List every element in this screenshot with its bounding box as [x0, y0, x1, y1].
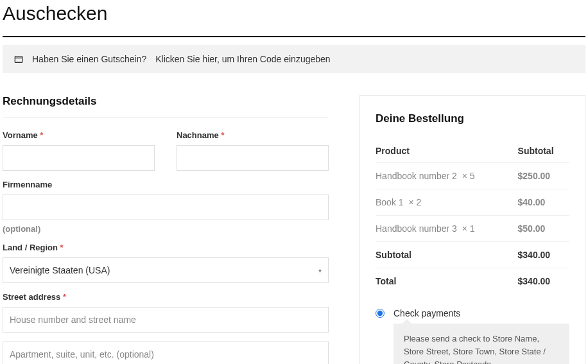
subtotal-value: $340.00 — [513, 242, 569, 268]
coupon-toggle-link[interactable]: Klicken Sie hier, um Ihren Code einzugeb… — [155, 54, 330, 64]
coupon-icon — [14, 55, 23, 64]
country-selected-value: Vereinigte Staaten (USA) — [10, 265, 110, 275]
order-table: Product Subtotal Handbook number 2 × 5 $… — [376, 139, 569, 294]
item-name: Book 1 — [376, 197, 404, 207]
payment-check-radio[interactable] — [376, 309, 385, 318]
country-select[interactable]: Vereinigte Staaten (USA) ▾ — [3, 257, 329, 283]
item-name: Handbook number 2 — [376, 171, 457, 181]
billing-section: Rechnungsdetails Vorname * Nachname * — [3, 95, 329, 364]
order-subtotal-row: Subtotal $340.00 — [376, 242, 569, 268]
street-address-2-input[interactable] — [3, 342, 329, 364]
country-label: Land / Region * — [3, 243, 329, 252]
col-subtotal: Subtotal — [513, 139, 569, 163]
svg-rect-0 — [15, 56, 22, 63]
item-subtotal: $50.00 — [513, 216, 569, 242]
payment-check-label: Check payments — [393, 308, 460, 318]
last-name-input[interactable] — [177, 145, 329, 171]
total-value: $340.00 — [513, 268, 569, 295]
company-optional-hint: (optional) — [3, 224, 329, 234]
order-item: Handbook number 3 × 1 $50.00 — [376, 216, 569, 242]
chevron-down-icon: ▾ — [318, 267, 322, 274]
billing-heading: Rechnungsdetails — [3, 95, 329, 117]
order-item: Handbook number 2 × 5 $250.00 — [376, 163, 569, 189]
subtotal-label: Subtotal — [376, 242, 513, 268]
item-subtotal: $40.00 — [513, 189, 569, 216]
street-label: Street address * — [3, 292, 329, 302]
last-name-label-text: Nachname — [177, 130, 219, 140]
payment-check-description: Please send a check to Store Name, Store… — [393, 324, 569, 364]
total-label: Total — [376, 268, 513, 295]
first-name-label: Vorname * — [3, 130, 155, 140]
street-address-1-input[interactable] — [3, 307, 329, 333]
item-subtotal: $250.00 — [513, 163, 569, 189]
company-input[interactable] — [3, 195, 329, 220]
item-name: Handbook number 3 — [376, 223, 457, 234]
title-divider — [3, 36, 585, 37]
order-item: Book 1 × 2 $40.00 — [376, 189, 569, 216]
required-asterisk: * — [221, 130, 224, 140]
first-name-label-text: Vorname — [3, 130, 38, 140]
order-total-row: Total $340.00 — [376, 268, 569, 295]
company-label: Firmenname — [3, 180, 329, 189]
required-asterisk: * — [63, 292, 66, 302]
item-qty: × 1 — [462, 223, 475, 234]
col-product: Product — [376, 139, 513, 163]
payment-methods: Check payments Please send a check to St… — [376, 308, 569, 364]
item-qty: × 2 — [408, 197, 421, 207]
country-label-text: Land / Region — [3, 243, 58, 252]
item-qty: × 5 — [462, 171, 475, 181]
last-name-label: Nachname * — [177, 130, 329, 140]
coupon-notice: Haben Sie einen Gutschein? Klicken Sie h… — [3, 45, 585, 73]
payment-check[interactable]: Check payments — [376, 308, 569, 318]
page-title: Auschecken — [3, 3, 585, 24]
order-heading: Deine Bestellung — [376, 112, 569, 125]
first-name-input[interactable] — [3, 145, 155, 171]
required-asterisk: * — [60, 243, 64, 252]
coupon-question: Haben Sie einen Gutschein? — [32, 54, 146, 64]
order-summary: Deine Bestellung Product Subtotal Handbo… — [359, 95, 585, 364]
required-asterisk: * — [40, 130, 43, 140]
street-label-text: Street address — [3, 292, 60, 302]
